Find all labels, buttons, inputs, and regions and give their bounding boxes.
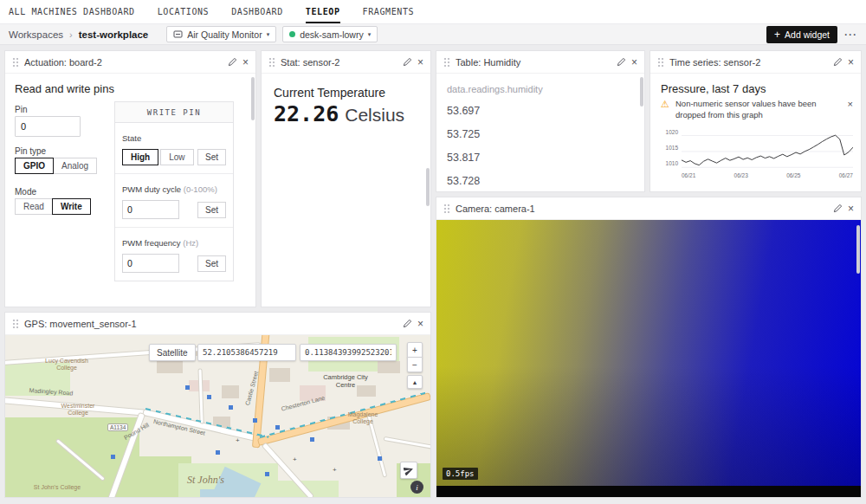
edit-widget-button[interactable]: [403, 319, 412, 328]
scrollbar[interactable]: [251, 77, 255, 120]
machine-icon: [173, 29, 183, 39]
widget-title: Actuation: board-2: [24, 57, 223, 68]
state-high-button[interactable]: High: [122, 149, 158, 165]
drag-handle-icon[interactable]: [268, 57, 275, 68]
x-tick-label: 06/27: [839, 172, 853, 178]
drag-handle-icon[interactable]: [657, 57, 664, 68]
warning-message: Non-numeric sensor values have been drop…: [675, 99, 821, 120]
widget-header: GPS: movement_sensor-1 ×: [5, 313, 430, 335]
close-widget-button[interactable]: ×: [417, 57, 423, 68]
stat-value: 22.26: [274, 101, 339, 126]
widget-header: Stat: sensor-2 ×: [262, 51, 430, 74]
zoom-in-button[interactable]: +: [407, 342, 423, 358]
close-widget-button[interactable]: ×: [242, 57, 249, 68]
edit-widget-button[interactable]: [833, 204, 843, 213]
nav-locations[interactable]: LOCATIONS: [158, 0, 210, 23]
breadcrumb-workspaces[interactable]: Workspaces: [9, 29, 63, 40]
close-widget-button[interactable]: ×: [848, 204, 854, 214]
nav-fragments[interactable]: FRAGMENTS: [363, 0, 415, 23]
drag-handle-icon[interactable]: [12, 319, 19, 329]
pwm-duty-input[interactable]: [122, 200, 179, 219]
set-pwm-frequency-button[interactable]: Set: [197, 255, 226, 272]
map-poi-marker: [378, 456, 382, 461]
map-label-college: Magdalene College: [339, 411, 387, 425]
pin-label: Pin: [15, 105, 27, 114]
breadcrumb-current-workspace: test-workplace: [79, 29, 149, 40]
map-church-icon: +: [236, 437, 240, 444]
close-widget-button[interactable]: ×: [417, 319, 423, 329]
pwm-frequency-label: PWM frequency (Hz): [122, 238, 198, 248]
set-pwm-duty-button[interactable]: Set: [197, 202, 226, 218]
map-poi-marker: [111, 455, 115, 459]
latitude-input[interactable]: [197, 344, 296, 361]
map-attribution-button[interactable]: i: [410, 481, 423, 494]
pin-input[interactable]: [15, 116, 81, 137]
stat-widget: Stat: sensor-2 × Current Temperature 22.…: [261, 50, 431, 307]
map-poi-marker: [265, 472, 269, 476]
locate-button[interactable]: [400, 462, 417, 479]
map-road: [199, 369, 204, 423]
edit-widget-button[interactable]: [403, 57, 412, 67]
drag-handle-icon[interactable]: [12, 57, 19, 68]
x-tick-label: 06/23: [734, 172, 748, 178]
edit-widget-button[interactable]: [833, 57, 843, 67]
pin-type-analog-button[interactable]: Analog: [53, 158, 97, 174]
nav-dashboard[interactable]: DASHBOARD: [231, 0, 283, 23]
edit-widget-button[interactable]: [228, 57, 237, 67]
camera-feed: 0.5fps: [436, 220, 861, 497]
y-tick-label: 1020: [657, 129, 678, 135]
actuation-widget: Actuation: board-2 × Read and write pins…: [4, 50, 256, 307]
drag-handle-icon[interactable]: [443, 204, 450, 214]
table-row: 53.697: [447, 105, 480, 117]
pressure-line-chart: [682, 131, 853, 171]
add-widget-button[interactable]: + Add widget: [766, 26, 837, 43]
pin-type-gpio-button[interactable]: GPIO: [15, 158, 54, 174]
scrollbar[interactable]: [640, 77, 643, 107]
map-label-college: Lucy Cavendish College: [42, 358, 92, 372]
widget-header: Time series: sensor-2 ×: [650, 51, 861, 74]
pin-type-toggle: GPIO Analog: [15, 158, 97, 174]
table-row: 53.725: [447, 128, 480, 140]
timeseries-widget: Time series: sensor-2 × Pressure, last 7…: [650, 50, 862, 192]
pencil-icon: [617, 57, 626, 67]
scrollbar[interactable]: [856, 225, 860, 274]
set-state-button[interactable]: Set: [197, 149, 226, 165]
longitude-input[interactable]: [300, 344, 397, 361]
map-building: [157, 359, 183, 373]
mode-toggle: Read Write: [15, 198, 91, 215]
state-label: State: [122, 133, 141, 143]
pan-up-button[interactable]: ▲: [407, 375, 423, 389]
satellite-toggle-button[interactable]: Satellite: [149, 344, 196, 361]
widget-title: Camera: camera-1: [456, 204, 828, 214]
mode-read-button[interactable]: Read: [15, 198, 53, 215]
map-label-city-centre: Cambridge City Centre: [319, 373, 372, 389]
drag-handle-icon[interactable]: [443, 57, 450, 68]
nav-teleop[interactable]: TELEOP: [306, 0, 340, 23]
gps-map[interactable]: + + + Madingley Road Lucy Cavendish Coll…: [5, 335, 430, 497]
close-widget-button[interactable]: ×: [848, 57, 854, 68]
close-widget-button[interactable]: ×: [631, 57, 637, 68]
part-select[interactable]: desk-sam-lowry ▾: [282, 26, 378, 42]
mode-write-button[interactable]: Write: [52, 198, 91, 215]
camera-widget: Camera: camera-1 × 0.5fps: [436, 197, 862, 498]
machine-select[interactable]: Air Quality Monitor ▾: [166, 26, 276, 42]
map-poi-marker: [275, 425, 280, 430]
state-low-button[interactable]: Low: [160, 149, 193, 165]
widget-header: Actuation: board-2 ×: [5, 51, 255, 74]
widget-title: Time series: sensor-2: [669, 57, 828, 68]
widget-header: Camera: camera-1 ×: [436, 197, 861, 220]
dismiss-warning-button[interactable]: ×: [848, 99, 853, 109]
y-tick-label: 1010: [657, 160, 678, 166]
widget-title: Stat: sensor-2: [281, 57, 397, 68]
pwm-frequency-section: PWM frequency (Hz) Set: [115, 227, 233, 281]
chart-title: Pressure, last 7 days: [661, 82, 766, 95]
edit-widget-button[interactable]: [617, 57, 626, 67]
zoom-out-button[interactable]: −: [407, 357, 423, 372]
gps-widget: GPS: movement_sensor-1 ×: [4, 312, 431, 498]
more-menu-button[interactable]: ⋯: [843, 27, 857, 42]
scrollbar[interactable]: [426, 168, 430, 206]
nav-all-machines-dashboard[interactable]: ALL MACHINES DASHBOARD: [9, 0, 135, 23]
map-poi-marker: [229, 405, 233, 410]
pwm-frequency-input[interactable]: [122, 254, 179, 273]
pin-type-label: Pin type: [15, 146, 46, 156]
